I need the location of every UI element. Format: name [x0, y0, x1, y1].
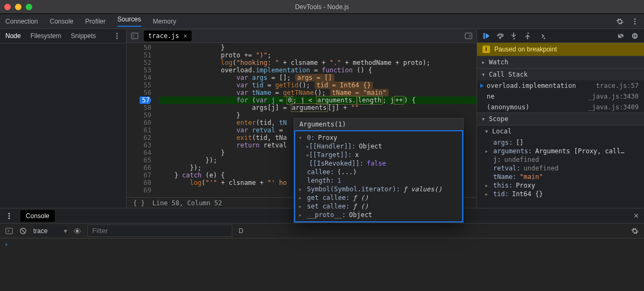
svg-point-2 — [634, 23, 636, 25]
tab-console[interactable]: Console — [50, 18, 74, 25]
deactivate-breakpoints-icon[interactable] — [617, 32, 625, 40]
file-tab-label: trace.js — [148, 32, 179, 40]
tab-connection[interactable]: Connection — [5, 18, 38, 25]
tooltip-property[interactable]: callee: (...) — [298, 168, 459, 176]
navigator-tabs: Node Filesystem Snippets — [0, 29, 126, 43]
step-out-icon[interactable] — [524, 32, 532, 40]
line-gutter[interactable]: 5051525354555657585960616263646566676869 — [127, 43, 157, 197]
nav-tab-node[interactable]: Node — [5, 32, 21, 40]
warning-icon: i — [482, 46, 490, 53]
console-sidebar-icon[interactable] — [5, 227, 13, 235]
tab-memory[interactable]: Memory — [153, 18, 176, 25]
object-preview-tooltip[interactable]: Arguments(1) ▾0: Proxy▸[[Handler]]: Obje… — [294, 118, 464, 223]
resume-icon[interactable] — [482, 32, 490, 40]
svg-point-12 — [544, 38, 545, 39]
gear-icon[interactable] — [631, 227, 639, 235]
svg-point-0 — [634, 18, 636, 20]
log-level-select[interactable]: D — [239, 227, 244, 235]
navigator: Node Filesystem Snippets — [0, 29, 127, 208]
scope-variable[interactable]: tName: "main" — [485, 173, 642, 181]
close-icon[interactable] — [4, 4, 11, 10]
context-select[interactable]: trace — [33, 226, 67, 236]
minimize-icon[interactable] — [15, 4, 21, 10]
svg-point-11 — [528, 32, 529, 34]
close-icon[interactable]: × — [634, 211, 639, 221]
kebab-icon[interactable] — [113, 32, 121, 40]
drawer-tab-console[interactable]: Console — [20, 210, 55, 222]
svg-point-9 — [500, 37, 501, 39]
kebab-icon[interactable] — [5, 212, 13, 220]
debugger-toolbar — [477, 29, 644, 43]
callstack-frame[interactable]: overload.implementationtrace.js:57 — [477, 80, 644, 91]
svg-point-1 — [634, 20, 636, 22]
callstack-frame[interactable]: ne_java.js:3430 — [477, 91, 644, 102]
svg-rect-14 — [633, 34, 634, 37]
tab-sources[interactable]: Sources — [118, 16, 141, 27]
svg-rect-7 — [465, 33, 472, 39]
console-prompt: › — [4, 241, 8, 248]
nav-tab-filesystem[interactable]: Filesystem — [31, 32, 61, 40]
scope-variable[interactable]: ▸arguments: Arguments [Proxy, call… — [485, 147, 642, 155]
svg-point-5 — [116, 38, 118, 39]
console-toolbar: trace D — [0, 223, 644, 238]
scope-local[interactable]: ▾Local — [477, 125, 644, 137]
scope-variable[interactable]: args: [] — [485, 138, 642, 147]
window-title: DevTools - Node.js — [0, 3, 644, 11]
pretty-print-icon[interactable]: { } — [133, 199, 145, 207]
filter-input[interactable] — [87, 225, 232, 237]
tooltip-property[interactable]: ▸__proto__: Object — [298, 211, 459, 219]
svg-rect-15 — [635, 34, 636, 37]
tooltip-property[interactable]: ▸[[Handler]]: Object — [298, 142, 459, 151]
tooltip-property[interactable]: length: 1 — [298, 176, 459, 185]
nav-tab-snippets[interactable]: Snippets — [71, 32, 96, 40]
tooltip-property[interactable]: ▾0: Proxy — [298, 133, 459, 142]
svg-point-13 — [632, 33, 638, 39]
tooltip-property[interactable]: [[IsRevoked]]: false — [298, 159, 459, 168]
tooltip-title: Arguments(1) — [294, 118, 463, 130]
svg-rect-6 — [131, 33, 138, 39]
svg-point-18 — [9, 218, 10, 219]
svg-point-17 — [9, 215, 10, 217]
zoom-icon[interactable] — [26, 4, 32, 10]
step-over-icon[interactable] — [496, 32, 504, 40]
window-controls — [4, 4, 32, 10]
tab-profiler[interactable]: Profiler — [85, 18, 106, 25]
tooltip-property[interactable]: ▸Symbol(Symbol.iterator): ƒ values() — [298, 185, 459, 193]
paused-banner: i Paused on breakpoint — [477, 43, 644, 56]
tooltip-property[interactable]: ▸[[Target]]: x — [298, 151, 459, 159]
close-icon[interactable]: × — [184, 32, 187, 40]
scope-variable[interactable]: ▸this: Proxy — [485, 181, 642, 190]
svg-point-21 — [76, 229, 78, 232]
kebab-icon[interactable] — [631, 18, 639, 25]
file-tab-trace[interactable]: trace.js × — [144, 31, 192, 41]
paused-text: Paused on breakpoint — [494, 46, 557, 53]
callstack-section[interactable]: ▾Call Stack — [477, 68, 644, 80]
step-into-icon[interactable] — [510, 32, 518, 40]
scope-variable[interactable]: j: undefined — [485, 155, 642, 164]
step-icon[interactable] — [538, 32, 546, 40]
svg-point-3 — [116, 33, 118, 34]
cursor-position: Line 58, Column 52 — [152, 199, 222, 207]
debugger-sidebar: i Paused on breakpoint ▸Watch ▾Call Stac… — [477, 29, 644, 208]
svg-point-4 — [116, 35, 118, 37]
pause-exceptions-icon[interactable] — [631, 32, 639, 40]
scope-variable[interactable]: ▸tid: Int64 {} — [485, 190, 642, 198]
show-navigator-icon[interactable] — [465, 32, 472, 40]
scope-variables: args: []▸arguments: Arguments [Proxy, ca… — [477, 137, 644, 199]
collapse-panel-icon[interactable] — [131, 32, 138, 40]
titlebar: DevTools - Node.js — [0, 0, 644, 14]
svg-point-16 — [9, 213, 10, 214]
tooltip-body[interactable]: ▾0: Proxy▸[[Handler]]: Object▸[[Target]]… — [294, 130, 463, 222]
live-expression-icon[interactable] — [74, 227, 81, 235]
scope-variable[interactable]: retval: undefined — [485, 164, 642, 173]
scope-section[interactable]: ▾Scope — [477, 113, 644, 125]
devtools-tabs: Connection Console Profiler Sources Memo… — [0, 14, 644, 29]
tooltip-property[interactable]: ▸get callee: ƒ () — [298, 193, 459, 202]
console-body[interactable]: › — [0, 238, 644, 291]
watch-section[interactable]: ▸Watch — [477, 56, 644, 68]
tooltip-property[interactable]: ▸set callee: ƒ () — [298, 202, 459, 211]
svg-rect-8 — [484, 33, 485, 39]
callstack-frame[interactable]: (anonymous)_java.js:3409 — [477, 102, 644, 113]
gear-icon[interactable] — [616, 18, 624, 25]
clear-console-icon[interactable] — [19, 227, 27, 235]
